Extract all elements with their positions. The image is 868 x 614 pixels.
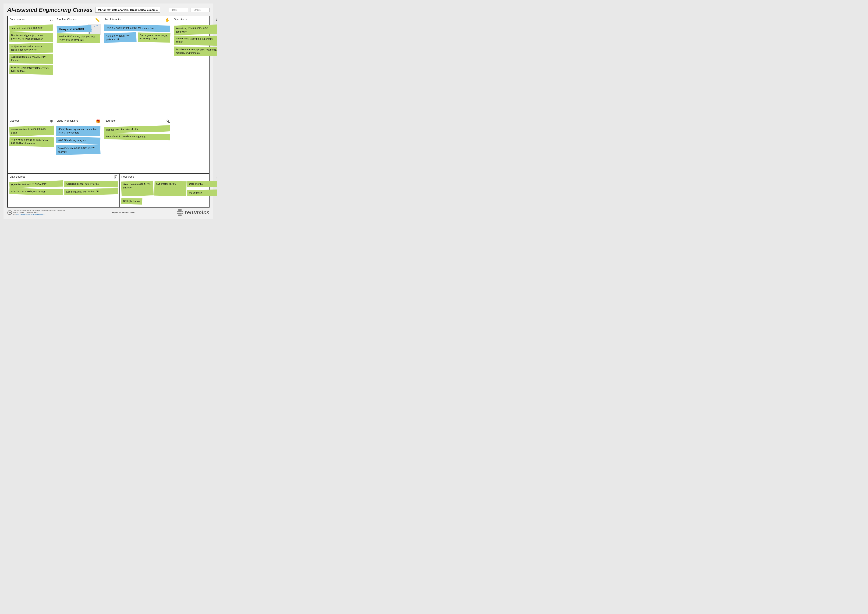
logo-dot: [180, 211, 181, 213]
logo-dot: [180, 213, 181, 214]
problem-classes-label: Problem Classes: [57, 18, 76, 21]
methods-icon: ✱: [50, 119, 53, 123]
user-interaction-icon: ✋: [165, 18, 170, 22]
resources-icon: 🕯: [215, 175, 217, 180]
note-additional-sensor: Additional sensor data available: [64, 181, 118, 188]
note-option1: Option 1: Use current test UI, ML runs i…: [104, 25, 170, 32]
operations-spacer: [172, 118, 217, 124]
logo-dot: [180, 209, 181, 211]
license-link[interactable]: http://creativecommons.org/licenses/by/4…: [16, 213, 45, 215]
logo-dot: [178, 215, 180, 216]
date-field[interactable]: Date:: [169, 8, 188, 12]
note-kubernetes-cluster: Kubernetes cluster: [154, 181, 186, 196]
value-propositions-header: Value Propositions 🎁: [55, 118, 102, 124]
note-retraining: Re-training: Each month? Each campaign?: [174, 25, 217, 35]
note-possible-segments: Possible segments: Weather, vehicle type…: [9, 65, 53, 75]
data-sources-cell: Data Sources 🗄 Recorded test runs as ASA…: [8, 174, 119, 207]
operations-header: Operations ⚙: [172, 16, 217, 23]
note-known-triggers: Use known triggers (e.g. brake pressure)…: [9, 32, 53, 42]
integration-label: Integration: [104, 119, 116, 122]
methods-label: Methods: [9, 119, 20, 122]
logo-dot: [182, 215, 183, 216]
svg-text:cc: cc: [9, 212, 11, 214]
page-title: AI-assisted Engineering Canvas: [7, 7, 93, 13]
mid-section-headers: Methods ✱ Value Propositions 🎁 Integrati…: [8, 118, 209, 124]
footer-logo: renumics: [177, 209, 209, 216]
note-integration-test-data: Integration into test data management: [104, 133, 170, 140]
subtitle-box: ML for test data analysis: Break squeal …: [95, 7, 160, 12]
note-domain-expert: User / domain expert: Test engineer: [121, 181, 153, 196]
logo-text: renumics: [185, 209, 209, 216]
note-start-single-campaign: Start with single test campaign: [9, 25, 53, 32]
integration-icon: 🔌: [166, 119, 170, 123]
value-propositions-label: Value Propositions: [57, 119, 78, 122]
footer-license-text: This work is licensed under the Creative…: [13, 210, 69, 215]
top-content: Start with single test campaign Use know…: [8, 23, 209, 118]
note-python-api: Can be queried with Python API: [64, 188, 118, 195]
data-curation-header: Data curation ∷: [8, 16, 55, 23]
integration-cell: Webapp on Kubernetes cluster Integration…: [102, 124, 172, 173]
logo-dot: [182, 209, 183, 211]
note-4-sensors: 4 sensors at wheels, one in cabin: [9, 188, 63, 195]
note-spotlight-license: Spotlight license: [121, 198, 143, 205]
integration-header: Integration 🔌: [102, 118, 172, 124]
user-interaction-cell: Option 1: Use current test UI, ML runs i…: [102, 23, 172, 118]
operations-lower-spacer: [172, 124, 217, 173]
data-sources-icon: 🗄: [114, 175, 118, 180]
footer-designed-by: Designed by: Renumics GmbH: [111, 211, 135, 213]
note-additional-features: Additional features: Velocity, GPS, forc…: [9, 54, 53, 64]
note-concept-drift: Possible data/ concept drift: Test setup…: [174, 47, 217, 56]
note-metrics: Metrics: ROC-curve, falso positives @98%…: [57, 33, 100, 43]
data-sources-label: Data Sources: [9, 175, 25, 178]
note-recorded-test-runs: Recorded test runs as ASAM MDF: [9, 180, 63, 188]
logo-dot: [177, 213, 178, 214]
footer-cc-section: cc This work is licensed under the Creat…: [7, 210, 69, 215]
page: AI-assisted Engineering Canvas ML for te…: [3, 3, 213, 219]
note-ml-engineer: ML engineer: [187, 190, 217, 196]
logo-dot: [180, 215, 181, 216]
mid-content: Self-supervised learning on audio signal…: [8, 124, 209, 173]
logo-dot: [178, 211, 180, 213]
note-data-scientist: Data scientist: [187, 181, 217, 187]
note-save-time: Save time during analysis: [56, 137, 100, 144]
logo-dot: [177, 209, 178, 211]
note-webapp-kubernetes: Webapp on Kubernetes cluster: [104, 125, 170, 133]
note-quantify-brake: Quantify brake noise & root cause analys…: [56, 144, 101, 155]
resources-label: Resources: [121, 175, 134, 178]
note-supervised-learning: Supervised learning on embedding and add…: [9, 137, 54, 147]
version-field[interactable]: Version:: [190, 8, 209, 12]
footer-license-line1: This work is licensed under the Creative…: [13, 210, 69, 213]
operations-label: Operations: [174, 18, 187, 21]
logo-dot: [182, 211, 183, 213]
logo-dot: [177, 211, 178, 213]
footer-license-url: visit http://creativecommons.org/license…: [13, 213, 69, 215]
note-spectrograms: Spectrograms / audio player / uncertaint…: [138, 33, 170, 42]
data-curation-label: Data curation: [9, 18, 25, 21]
user-interaction-label: User Interaction: [104, 18, 122, 21]
bottom-sections: Data Sources 🗄 Recorded test runs as ASA…: [8, 173, 209, 207]
note-self-supervised: Self-supervised learning on audio signal: [9, 126, 54, 136]
logo-dot: [178, 213, 180, 214]
cc-icon: cc: [7, 210, 12, 215]
note-identify-brake-squeal: Identify brake squeal and moan that dist…: [56, 126, 100, 136]
top-section-headers: Data curation ∷ Problem Classes 📏 User I…: [8, 16, 209, 23]
problem-classes-icon: 📏: [95, 18, 100, 22]
canvas: Data curation ∷ Problem Classes 📏 User I…: [7, 16, 209, 208]
data-curation-cell: Start with single test campaign Use know…: [8, 23, 55, 118]
methods-cell: Self-supervised learning on audio signal…: [8, 124, 102, 173]
footer: cc This work is licensed under the Creat…: [7, 209, 209, 216]
logo-dot: [182, 213, 183, 214]
logo-dot: [177, 215, 178, 216]
operations-cell: Re-training: Each month? Each campaign? …: [172, 23, 217, 118]
resources-header: Resources 🕯: [121, 175, 217, 180]
note-option2: Option 2: Webapp with dedicated UI: [104, 32, 136, 43]
data-sources-header: Data Sources 🗄: [9, 175, 118, 180]
creative-commons-svg: cc: [8, 210, 12, 215]
note-binary-classification: Binary classification: [57, 25, 91, 33]
resources-cell: Resources 🕯 User / domain expert: Test e…: [119, 174, 217, 207]
logo-grid-icon: [177, 209, 183, 216]
header: AI-assisted Engineering Canvas ML for te…: [7, 7, 209, 13]
problem-classes-header: Problem Classes 📏: [55, 16, 102, 23]
data-curation-icon: ∷: [50, 18, 53, 22]
operations-icon: ⚙: [215, 18, 217, 22]
